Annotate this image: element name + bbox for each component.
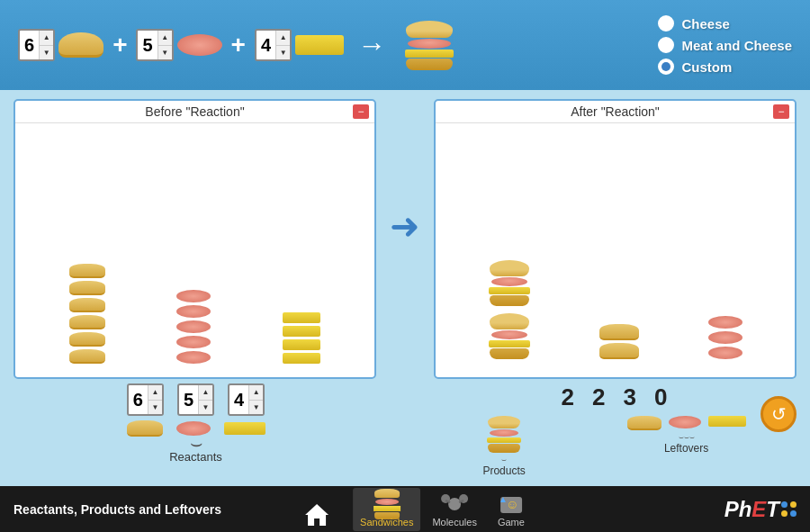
leftovers-icons bbox=[627, 416, 746, 430]
meat-after-col: 3 bbox=[624, 383, 636, 411]
meat-up-btn[interactable]: ▲ bbox=[158, 31, 172, 46]
meat-spin-arrows[interactable]: ▲ ▼ bbox=[158, 31, 172, 59]
meat-cheese-radio[interactable] bbox=[658, 37, 674, 53]
bread-after-num: 2 bbox=[592, 383, 605, 411]
cheese-stack-before bbox=[283, 312, 320, 364]
meat-stack-before bbox=[176, 290, 211, 364]
bread-after-col: 2 bbox=[592, 383, 605, 411]
svg-text:▲: ▲ bbox=[499, 494, 508, 504]
meat-bottom-down[interactable]: ▼ bbox=[199, 401, 212, 415]
cheese-bottom-arrows[interactable]: ▲ ▼ bbox=[248, 385, 263, 414]
equation-area: 6 ▲ ▼ + 5 ▲ ▼ + 4 bbox=[18, 21, 458, 70]
before-panel-content bbox=[15, 123, 374, 377]
app-title: Reactants, Products and Leftovers bbox=[14, 502, 221, 517]
bread-ingredient-box: 6 ▲ ▼ bbox=[18, 29, 104, 61]
products-group: ⌣ Products bbox=[482, 416, 525, 477]
leftover-meat-after bbox=[708, 316, 742, 359]
top-bar: 6 ▲ ▼ + 5 ▲ ▼ + 4 bbox=[0, 0, 810, 90]
meat-cheese-option[interactable]: Meat and Cheese bbox=[658, 37, 792, 53]
bread-down-btn[interactable]: ▼ bbox=[40, 46, 53, 60]
svg-text:☺: ☺ bbox=[506, 497, 518, 511]
home-nav-btn[interactable] bbox=[303, 502, 330, 531]
sandwich-item-1 bbox=[489, 260, 530, 306]
main-reaction-arrow: ➜ bbox=[390, 99, 420, 379]
dot-pair-2 bbox=[781, 510, 796, 517]
cheese-spinner-group: 4 ▲ ▼ bbox=[228, 383, 265, 416]
meat-after-num: 3 bbox=[624, 383, 636, 411]
reaction-arrow: → bbox=[357, 29, 386, 62]
cheese-spinner[interactable]: 4 ▲ ▼ bbox=[255, 29, 292, 61]
cheese-bottom-down[interactable]: ▼ bbox=[249, 401, 263, 415]
reactant-cheese-icon bbox=[224, 422, 266, 435]
after-panel-content bbox=[436, 123, 795, 377]
reactants-curly-brace: ⌣ bbox=[14, 438, 378, 448]
meat-bottom-spinner[interactable]: 5 ▲ ▼ bbox=[177, 383, 214, 416]
cheese-radio[interactable] bbox=[658, 15, 674, 32]
ps-top bbox=[488, 416, 520, 428]
sandwich-nav-icon bbox=[374, 489, 400, 519]
bread-icon bbox=[58, 32, 104, 58]
s1-bot bbox=[490, 295, 529, 306]
game-tab[interactable]: ☺ ▲ Game bbox=[489, 488, 534, 531]
bread-bottom-arrows[interactable]: ▲ ▼ bbox=[148, 385, 162, 414]
after-numbers-row: 2 2 3 0 bbox=[544, 383, 686, 411]
bread-count: 6 bbox=[20, 31, 39, 59]
cheese-bottom-count: 4 bbox=[230, 385, 248, 414]
bread-3 bbox=[69, 298, 105, 312]
before-panel: Before "Reaction" − bbox=[14, 99, 376, 379]
phet-text: PhET bbox=[724, 497, 779, 522]
panels-row: Before "Reaction" − bbox=[14, 99, 796, 379]
products-icons bbox=[487, 416, 521, 453]
dot-4 bbox=[790, 510, 796, 517]
cheese-count: 4 bbox=[256, 31, 275, 59]
main-area: Before "Reaction" − bbox=[0, 90, 810, 486]
after-minimize-btn[interactable]: − bbox=[773, 104, 789, 119]
s2-cheese bbox=[489, 340, 530, 347]
meat-bottom-up[interactable]: ▲ bbox=[199, 385, 212, 401]
meat-ingredient-box: 5 ▲ ▼ bbox=[136, 29, 221, 61]
bread-spinner[interactable]: 6 ▲ ▼ bbox=[18, 29, 55, 61]
cheese-bottom-up[interactable]: ▲ bbox=[249, 385, 263, 401]
sandwich-meat-layer bbox=[408, 39, 451, 49]
sandwich-stack-after bbox=[489, 260, 530, 359]
meat-down-btn[interactable]: ▼ bbox=[158, 46, 172, 60]
cheese-spin-arrows[interactable]: ▲ ▼ bbox=[275, 31, 290, 59]
products-brace: ⌣ bbox=[501, 455, 507, 464]
plus-sign-1: + bbox=[112, 31, 127, 59]
ps-bot bbox=[488, 444, 520, 453]
after-panel-title: After "Reaction" bbox=[436, 101, 795, 123]
molecules-tab-icon bbox=[439, 491, 470, 517]
molecules-tab[interactable]: Molecules bbox=[425, 488, 484, 531]
lm-1 bbox=[708, 316, 742, 329]
sandwiches-tab[interactable]: Sandwiches bbox=[353, 488, 420, 531]
bread-5 bbox=[69, 332, 105, 347]
game-tab-label: Game bbox=[498, 517, 525, 527]
cheese-bottom-spinner[interactable]: 4 ▲ ▼ bbox=[228, 383, 265, 416]
dot-pair-1 bbox=[781, 501, 796, 508]
sandwich-after-num: 2 bbox=[562, 383, 574, 411]
reactants-label: Reactants bbox=[14, 450, 378, 464]
before-panel-title: Before "Reaction" bbox=[15, 101, 374, 123]
bread-bottom-down[interactable]: ▼ bbox=[148, 401, 162, 415]
refresh-button[interactable]: ↺ bbox=[760, 396, 796, 432]
sandwiches-tab-label: Sandwiches bbox=[360, 517, 413, 527]
game-tab-icon: ☺ ▲ bbox=[496, 491, 526, 517]
cheese-down-btn[interactable]: ▼ bbox=[276, 46, 290, 60]
molecules-tab-label: Molecules bbox=[432, 517, 477, 527]
meat-bottom-arrows[interactable]: ▲ ▼ bbox=[198, 385, 212, 414]
bread-bottom-spinner[interactable]: 6 ▲ ▼ bbox=[127, 383, 164, 416]
product-sandwich-icon bbox=[487, 416, 521, 453]
bread-bottom-up[interactable]: ▲ bbox=[148, 385, 162, 401]
s1-meat bbox=[491, 277, 527, 286]
before-minimize-btn[interactable]: − bbox=[353, 104, 369, 119]
leftover-bread-icon bbox=[627, 416, 662, 430]
custom-radio[interactable] bbox=[658, 59, 674, 75]
cheese-option[interactable]: Cheese bbox=[658, 15, 792, 32]
svg-point-1 bbox=[448, 498, 461, 510]
meat-spinner[interactable]: 5 ▲ ▼ bbox=[136, 29, 173, 61]
bread-spin-arrows[interactable]: ▲ ▼ bbox=[39, 31, 53, 59]
phet-dots bbox=[781, 501, 796, 517]
cheese-up-btn[interactable]: ▲ bbox=[276, 31, 290, 46]
custom-option[interactable]: Custom bbox=[658, 59, 792, 75]
bread-up-btn[interactable]: ▲ bbox=[40, 31, 53, 46]
